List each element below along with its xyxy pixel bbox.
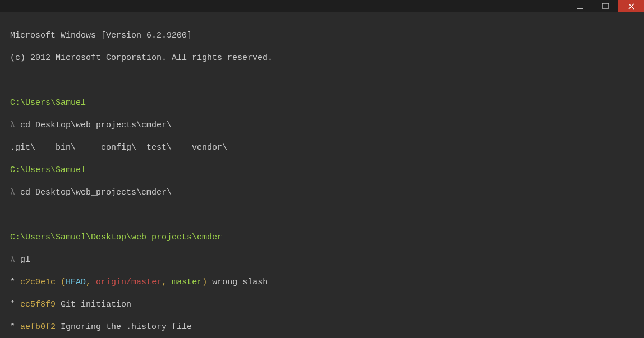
dir-listing: .git\ bin\ config\ test\ vendor\	[10, 142, 634, 154]
prompt-path: C:\Users\Samuel	[10, 165, 634, 176]
header-line: (c) 2012 Microsoft Corporation. All righ…	[10, 53, 634, 64]
command-line: λ cd Desktop\web_projects\cmder\	[10, 187, 634, 198]
window-titlebar	[0, 0, 644, 12]
minimize-icon	[577, 3, 583, 10]
command-line: λ cd Desktop\web_projects\cmder\	[10, 120, 634, 131]
svg-rect-1	[602, 3, 609, 8]
terminal-output[interactable]: Microsoft Windows [Version 6.2.9200] (c)…	[0, 12, 644, 338]
close-button[interactable]	[618, 0, 644, 12]
maximize-button[interactable]	[593, 0, 618, 12]
close-icon	[628, 3, 634, 10]
git-log-line: * aefb0f2 Ignoring the .history file	[10, 322, 634, 333]
blank-line	[10, 75, 634, 86]
command-line: λ gl	[10, 254, 634, 266]
blank-line	[10, 210, 634, 221]
maximize-icon	[602, 3, 609, 10]
header-line: Microsoft Windows [Version 6.2.9200]	[10, 30, 634, 41]
git-log-line: * ec5f8f9 Git initiation	[10, 299, 634, 311]
minimize-button[interactable]	[568, 0, 593, 12]
prompt-path: C:\Users\Samuel	[10, 98, 634, 109]
prompt-path: C:\Users\Samuel\Desktop\web_projects\cmd…	[10, 232, 634, 243]
git-log-line: * c2c0e1c (HEAD, origin/master, master) …	[10, 277, 634, 288]
svg-rect-0	[577, 8, 583, 9]
